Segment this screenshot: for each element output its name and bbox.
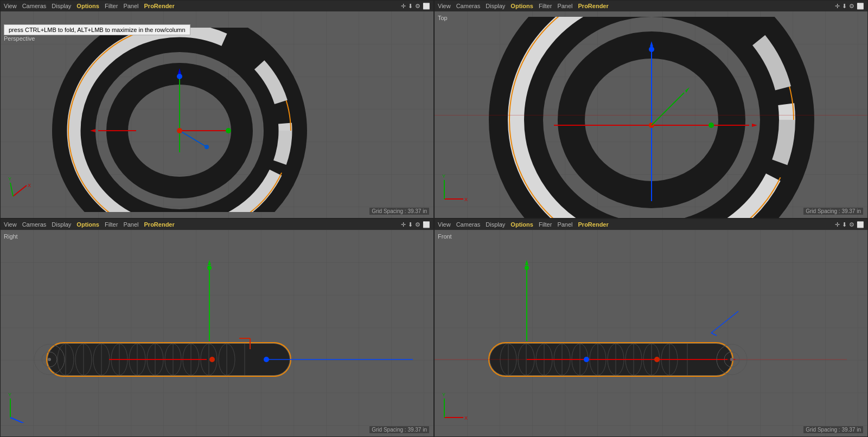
top-canvas[interactable]: Top bbox=[435, 11, 867, 218]
right-move-icon[interactable]: ✛ bbox=[401, 221, 406, 228]
top-ring-svg bbox=[445, 17, 858, 218]
perspective-axis-indicator: X Y bbox=[5, 172, 37, 204]
top-menu-options[interactable]: Options bbox=[510, 3, 533, 9]
right-maximize-icon[interactable]: ⬜ bbox=[423, 221, 430, 228]
svg-point-73 bbox=[48, 358, 51, 361]
right-menu-prorender[interactable]: ProRender bbox=[144, 221, 175, 228]
right-menu-panel[interactable]: Panel bbox=[123, 221, 138, 228]
front-axis-indicator: X Y bbox=[439, 390, 471, 423]
perspective-menu-filter[interactable]: Filter bbox=[105, 3, 118, 9]
svg-line-109 bbox=[711, 311, 738, 333]
svg-point-108 bbox=[525, 266, 529, 270]
top-menu-view[interactable]: View bbox=[438, 3, 451, 9]
top-label: Top bbox=[438, 15, 448, 21]
viewport-top[interactable]: View Cameras Display Options Filter Pane… bbox=[434, 0, 868, 218]
perspective-label: Perspective bbox=[4, 35, 35, 42]
front-ring-svg bbox=[435, 252, 847, 437]
top-menu-panel[interactable]: Panel bbox=[557, 3, 572, 9]
viewport-perspective[interactable]: View Cameras Display Options Filter Pane… bbox=[0, 0, 434, 218]
svg-point-67 bbox=[209, 357, 215, 362]
right-icons: ✛ ⬇ ⚙ ⬜ bbox=[401, 221, 430, 228]
front-icons: ✛ ⬇ ⚙ ⬜ bbox=[835, 221, 864, 228]
viewport-front[interactable]: View Cameras Display Options Filter Pane… bbox=[434, 218, 868, 437]
svg-line-11 bbox=[180, 131, 207, 147]
top-grid-spacing: Grid Spacing : 39.37 in bbox=[803, 208, 863, 215]
front-move-icon[interactable]: ✛ bbox=[835, 221, 840, 228]
perspective-menu-display[interactable]: Display bbox=[52, 3, 71, 9]
right-canvas[interactable]: Right bbox=[1, 230, 433, 436]
front-canvas[interactable]: Front bbox=[435, 230, 867, 436]
perspective-canvas[interactable]: press CTRL+LMB to fold, ALT+LMB to maxim… bbox=[1, 11, 433, 218]
right-menu-display[interactable]: Display bbox=[52, 221, 71, 228]
front-menu-prorender[interactable]: ProRender bbox=[578, 221, 609, 228]
svg-text:Y: Y bbox=[8, 176, 11, 182]
front-menu-options[interactable]: Options bbox=[510, 221, 533, 228]
top-axis-indicator: X Y bbox=[439, 172, 471, 204]
svg-point-113 bbox=[730, 358, 733, 361]
viewport-grid: View Cameras Display Options Filter Pane… bbox=[0, 0, 868, 437]
front-menu-panel[interactable]: Panel bbox=[557, 221, 572, 228]
perspective-menu-panel[interactable]: Panel bbox=[123, 3, 138, 9]
front-grid-spacing: Grid Spacing : 39.37 in bbox=[803, 426, 863, 433]
perspective-menu-view[interactable]: View bbox=[4, 3, 17, 9]
perspective-menu-prorender[interactable]: ProRender bbox=[144, 3, 175, 9]
front-menu-filter[interactable]: Filter bbox=[539, 221, 552, 228]
front-menu-cameras[interactable]: Cameras bbox=[456, 221, 481, 228]
top-menu-cameras[interactable]: Cameras bbox=[456, 3, 481, 9]
right-download-icon[interactable]: ⬇ bbox=[408, 221, 413, 228]
front-settings-icon[interactable]: ⚙ bbox=[849, 221, 854, 228]
viewport-right[interactable]: View Cameras Display Options Filter Pane… bbox=[0, 218, 434, 437]
perspective-header: View Cameras Display Options Filter Pane… bbox=[1, 1, 433, 11]
svg-point-30 bbox=[709, 123, 714, 128]
right-menu-options[interactable]: Options bbox=[76, 221, 99, 228]
svg-line-17 bbox=[10, 183, 13, 196]
right-label: Right bbox=[4, 233, 18, 240]
front-menu-display[interactable]: Display bbox=[486, 221, 505, 228]
right-menu-filter[interactable]: Filter bbox=[105, 221, 118, 228]
front-download-icon[interactable]: ⬇ bbox=[842, 221, 847, 228]
top-maximize-icon[interactable]: ⬜ bbox=[857, 3, 864, 10]
top-move-icon[interactable]: ✛ bbox=[835, 3, 840, 10]
perspective-menu-cameras[interactable]: Cameras bbox=[22, 3, 47, 9]
svg-text:Y: Y bbox=[8, 392, 11, 397]
right-menu-cameras[interactable]: Cameras bbox=[22, 221, 47, 228]
top-menu-filter[interactable]: Filter bbox=[539, 3, 552, 9]
top-download-icon[interactable]: ⬇ bbox=[842, 3, 847, 10]
svg-point-107 bbox=[654, 357, 660, 362]
front-header: View Cameras Display Options Filter Pane… bbox=[435, 219, 867, 230]
right-settings-icon[interactable]: ⚙ bbox=[415, 221, 420, 228]
svg-point-15 bbox=[177, 74, 182, 79]
settings-icon[interactable]: ⚙ bbox=[415, 3, 420, 10]
svg-point-14 bbox=[205, 145, 209, 149]
front-label: Front bbox=[438, 233, 452, 240]
move-icon[interactable]: ✛ bbox=[401, 3, 406, 10]
svg-text:Y: Y bbox=[442, 392, 445, 397]
svg-line-75 bbox=[10, 417, 29, 423]
top-menu-display[interactable]: Display bbox=[486, 3, 505, 9]
front-maximize-icon[interactable]: ⬜ bbox=[857, 221, 864, 228]
download-icon[interactable]: ⬇ bbox=[408, 3, 413, 10]
right-grid-spacing: Grid Spacing : 39.37 in bbox=[369, 426, 429, 433]
perspective-grid-spacing: Grid Spacing : 39.37 in bbox=[369, 208, 429, 215]
front-menu-view[interactable]: View bbox=[438, 221, 451, 228]
perspective-tooltip: press CTRL+LMB to fold, ALT+LMB to maxim… bbox=[4, 24, 190, 35]
svg-marker-34 bbox=[685, 87, 690, 93]
svg-line-16 bbox=[13, 185, 27, 196]
svg-text:X: X bbox=[464, 415, 468, 421]
svg-marker-102 bbox=[525, 260, 528, 265]
svg-point-69 bbox=[207, 266, 212, 270]
svg-point-13 bbox=[226, 128, 231, 133]
top-icons: ✛ ⬇ ⚙ ⬜ bbox=[835, 3, 864, 10]
top-header: View Cameras Display Options Filter Pane… bbox=[435, 1, 867, 11]
right-ring-svg bbox=[1, 252, 413, 437]
right-header: View Cameras Display Options Filter Pane… bbox=[1, 219, 433, 230]
top-menu-prorender[interactable]: ProRender bbox=[578, 3, 609, 9]
top-settings-icon[interactable]: ⚙ bbox=[849, 3, 854, 10]
svg-text:Y: Y bbox=[442, 173, 445, 179]
svg-line-110 bbox=[711, 333, 717, 336]
maximize-icon[interactable]: ⬜ bbox=[423, 3, 430, 10]
svg-text:X: X bbox=[28, 183, 31, 188]
svg-point-12 bbox=[177, 128, 182, 133]
right-menu-view[interactable]: View bbox=[4, 221, 17, 228]
perspective-menu-options[interactable]: Options bbox=[76, 3, 99, 9]
